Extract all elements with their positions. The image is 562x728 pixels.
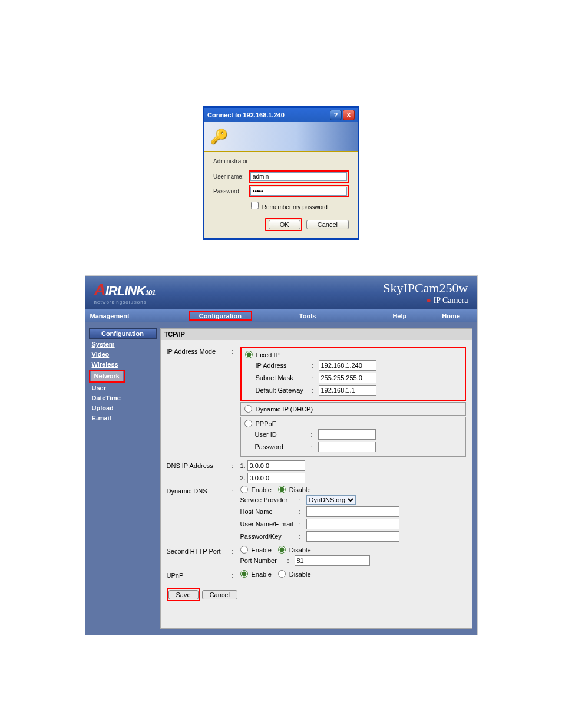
auth-realm: Administrator — [213, 158, 349, 164]
port-input[interactable] — [295, 555, 370, 566]
dns2-input[interactable] — [247, 473, 305, 483]
dialog-title: Connect to 192.168.1.240 — [207, 111, 285, 118]
section-title: TCP/IP — [161, 329, 472, 340]
nav-tools[interactable]: Tools — [252, 312, 363, 319]
radio-pppoe[interactable] — [244, 420, 252, 427]
remember-checkbox[interactable] — [251, 202, 259, 209]
password-input[interactable] — [250, 187, 347, 196]
keys-icon: 🔑 — [210, 129, 228, 145]
ddns-label: Dynamic DNS — [167, 486, 232, 495]
help-icon[interactable]: ? — [330, 110, 342, 120]
upnp-disable-radio[interactable] — [278, 570, 286, 578]
upnp-label: UPnP — [167, 570, 232, 579]
username-input[interactable] — [250, 172, 347, 181]
ddns-enable-radio[interactable] — [240, 486, 248, 493]
sidebar-item-wireless[interactable]: Wireless — [89, 360, 157, 369]
nav-management[interactable]: Management — [85, 312, 189, 319]
host-label: Host Name — [240, 508, 299, 515]
ddns-user-label: User Name/E-mail — [240, 521, 299, 528]
sp-select[interactable]: DynDNS.org — [306, 495, 356, 505]
pppoe-uid-input[interactable] — [318, 429, 376, 440]
nav-home[interactable]: Home — [436, 312, 466, 319]
host-input[interactable] — [306, 506, 399, 517]
pppoe-uid-label: User ID — [244, 431, 311, 438]
auth-dialog: Connect to 192.168.1.240 ? X 🔑 Administr… — [203, 106, 359, 240]
sidebar-item-network[interactable]: Network — [91, 371, 123, 381]
dialog-header: 🔑 — [204, 122, 358, 152]
ipaddr-label: IP Address — [245, 362, 312, 369]
pppoe-pwd-label: Password — [244, 443, 311, 450]
http-disable-radio[interactable] — [278, 546, 286, 554]
save-button[interactable]: Save — [168, 590, 199, 599]
ok-button[interactable]: OK — [269, 220, 300, 229]
dns-label: DNS IP Address — [167, 460, 232, 469]
ipaddr-input[interactable] — [319, 360, 376, 371]
sidebar-title: Configuration — [89, 328, 157, 339]
top-nav: Management Configuration Tools Help Home — [85, 309, 477, 322]
nav-help[interactable]: Help — [363, 312, 436, 319]
close-icon[interactable]: X — [343, 110, 355, 120]
radio-dhcp[interactable] — [244, 405, 252, 413]
sp-label: Service Provider — [240, 496, 299, 503]
sidebar-item-upload[interactable]: Upload — [89, 403, 157, 413]
remember-label: Remember my password — [262, 204, 328, 210]
dns1-input[interactable] — [247, 460, 305, 471]
sidebar-item-datetime[interactable]: DateTime — [89, 393, 157, 403]
camera-admin: AIRLINK101 networkingsolutions SkyIPCam2… — [85, 275, 478, 635]
pppoe-pwd-input[interactable] — [318, 442, 376, 452]
sidebar: Configuration System Video Wireless Netw… — [85, 322, 160, 635]
ddns-key-label: Password/Key — [240, 533, 299, 540]
http-enable-radio[interactable] — [240, 546, 248, 554]
sidebar-item-system[interactable]: System — [89, 340, 157, 349]
password-label: Password: — [213, 188, 249, 195]
sidebar-item-email[interactable]: E-mail — [89, 413, 157, 423]
cancel-button[interactable]: Cancel — [202, 590, 237, 599]
ddns-user-input[interactable] — [306, 519, 399, 529]
product-name: SkyIPCam250w ● IP Camera — [383, 281, 468, 305]
main-panel: TCP/IP IP Address Mode : Fixed IP IP Add… — [160, 328, 472, 629]
ddns-key-input[interactable] — [306, 531, 399, 542]
sidebar-item-video[interactable]: Video — [89, 350, 157, 359]
mask-label: Subnet Mask — [245, 374, 312, 381]
upnp-enable-radio[interactable] — [240, 570, 248, 578]
radio-fixedip[interactable] — [245, 351, 253, 358]
cancel-button[interactable]: Cancel — [306, 220, 349, 229]
ipmode-label: IP Address Mode — [167, 346, 232, 355]
http-label: Second HTTP Port — [167, 546, 232, 555]
username-label: User name: — [213, 173, 249, 180]
mask-input[interactable] — [319, 373, 376, 383]
logo: AIRLINK101 networkingsolutions — [94, 281, 156, 305]
gw-label: Default Gateway — [245, 387, 312, 394]
port-label: Port Number — [240, 557, 287, 564]
ddns-disable-radio[interactable] — [278, 486, 286, 493]
gw-input[interactable] — [319, 385, 376, 396]
nav-configuration[interactable]: Configuration — [191, 312, 250, 319]
sidebar-item-user[interactable]: User — [89, 383, 157, 393]
